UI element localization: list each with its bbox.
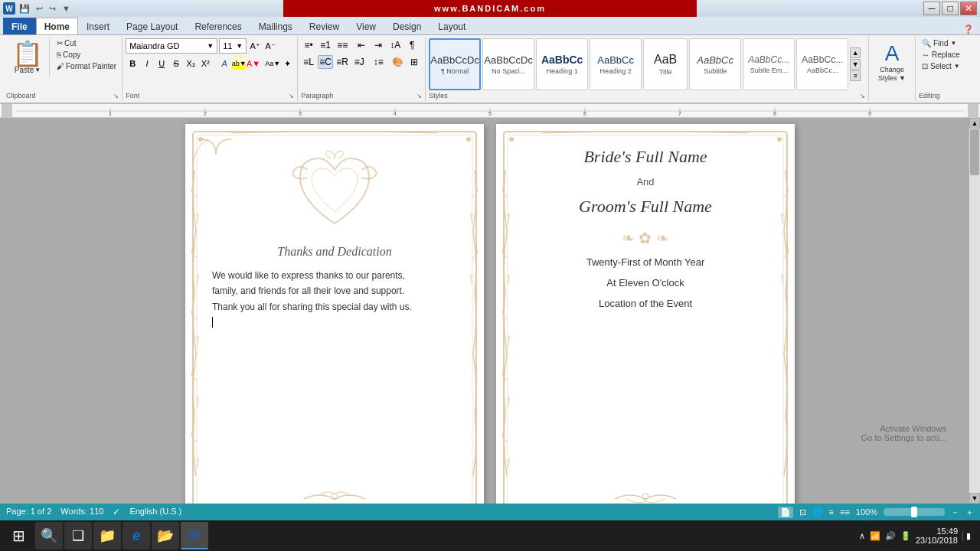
view-draft-icon[interactable]: ≡≡ <box>840 507 850 517</box>
explorer-button2[interactable]: 📂 <box>152 522 179 549</box>
text-effects-button[interactable]: A <box>217 57 231 70</box>
highlight-color-button[interactable]: ab▼ <box>232 57 246 70</box>
align-center-button[interactable]: ≡C <box>318 55 333 69</box>
show-desktop-button[interactable]: ▮ <box>962 531 971 541</box>
style-heading2[interactable]: AaBbCc Heading 2 <box>590 38 642 90</box>
scroll-thumb[interactable] <box>970 129 979 175</box>
view-outline-icon[interactable]: ≡ <box>829 507 834 517</box>
scroll-up-button[interactable]: ▲ <box>969 118 980 129</box>
save-quick-btn[interactable]: 💾 <box>17 3 32 15</box>
document-area[interactable]: Thanks and Dedication We would like to e… <box>11 118 969 504</box>
styles-scroll-more[interactable]: ≡ <box>850 70 861 81</box>
justify-button[interactable]: ≡J <box>351 55 367 69</box>
zoom-out-icon[interactable]: － <box>951 507 959 518</box>
scroll-down-button[interactable]: ▼ <box>969 493 980 504</box>
tab-design[interactable]: Design <box>384 18 430 34</box>
tray-up-arrow[interactable]: ∧ <box>859 531 865 541</box>
clear-format-button[interactable]: ✦ <box>280 57 294 70</box>
undo-quick-btn[interactable]: ↩ <box>34 3 45 15</box>
minimize-button[interactable]: ─ <box>923 2 940 15</box>
paste-button[interactable]: 📋 Paste ▼ <box>6 38 50 77</box>
styles-scroll-down[interactable]: ▼ <box>850 59 861 70</box>
maximize-button[interactable]: □ <box>942 2 959 15</box>
style-no-spacing[interactable]: AaBbCcDc No Spaci... <box>482 38 534 90</box>
cut-button[interactable]: ✂ Cut <box>54 38 119 48</box>
styles-scroll-up[interactable]: ▲ <box>850 47 861 58</box>
clipboard-expand[interactable]: ↘ <box>113 93 119 99</box>
tab-layout[interactable]: Layout <box>430 18 474 34</box>
redo-quick-btn[interactable]: ↪ <box>47 3 58 15</box>
tab-home[interactable]: Home <box>36 18 78 34</box>
show-formatting-button[interactable]: ¶ <box>404 38 420 52</box>
zoom-slider[interactable] <box>884 508 945 516</box>
font-size-dropdown[interactable]: 11 ▼ <box>219 38 247 54</box>
tab-review[interactable]: Review <box>301 18 348 34</box>
copy-button[interactable]: ⎘ Copy <box>54 50 119 60</box>
time-display[interactable]: 15:49 23/10/2018 <box>916 527 958 545</box>
find-button[interactable]: 🔍 Find ▼ <box>919 38 959 48</box>
page-info: Page: 1 of 2 <box>6 507 51 517</box>
style-subtitle[interactable]: AaBbCc Subtitle <box>689 38 741 90</box>
replace-button[interactable]: ↔ Replace <box>919 50 963 60</box>
bold-button[interactable]: B <box>126 57 139 70</box>
style-normal[interactable]: AaBbCcDc ¶ Normal <box>429 38 481 90</box>
view-print-icon[interactable]: 📄 <box>778 507 793 518</box>
view-web-icon[interactable]: 🌐 <box>812 507 823 517</box>
sort-button[interactable]: ↕A <box>387 38 403 52</box>
align-right-button[interactable]: ≡R <box>335 55 350 69</box>
strikethrough-button[interactable]: S <box>169 57 183 70</box>
close-button[interactable]: ✕ <box>960 2 977 15</box>
help-icon[interactable]: ❓ <box>963 24 974 34</box>
style-heading1[interactable]: AaBbCc Heading 1 <box>536 38 588 90</box>
start-button[interactable]: ⊞ <box>3 520 34 551</box>
edge-button[interactable]: e <box>122 522 150 549</box>
font-expand[interactable]: ↘ <box>289 93 294 99</box>
superscript-button[interactable]: X² <box>198 57 212 70</box>
view-fullscreen-icon[interactable]: ⊡ <box>799 507 806 517</box>
tab-references[interactable]: References <box>186 18 250 34</box>
line-spacing-button[interactable]: ↕≡ <box>371 55 386 69</box>
word-taskbar-button[interactable]: W <box>181 522 208 549</box>
font-size-shrink-button[interactable]: A⁻ <box>263 39 277 53</box>
tray-battery-icon[interactable]: 🔋 <box>900 531 911 541</box>
tab-view[interactable]: View <box>348 18 384 34</box>
change-styles-button[interactable]: A ChangeStyles ▼ <box>872 38 912 86</box>
paragraph-expand[interactable]: ↘ <box>416 93 422 99</box>
shading-button[interactable]: 🎨 <box>390 55 405 69</box>
spell-check-icon[interactable]: ✓ <box>113 507 120 517</box>
tray-network-icon[interactable]: 📶 <box>870 531 880 541</box>
bullets-button[interactable]: ≡• <box>301 38 316 52</box>
underline-button[interactable]: U <box>155 57 168 70</box>
select-dropdown: ▼ <box>954 63 960 70</box>
style-subtle-em[interactable]: AaBbCc... Subtle Em... <box>743 38 795 90</box>
font-color-button[interactable]: A▼ <box>247 57 260 70</box>
zoom-in-icon[interactable]: ＋ <box>965 507 974 518</box>
tab-page-layout[interactable]: Page Layout <box>118 18 186 34</box>
dropdown-quick-btn[interactable]: ▼ <box>60 3 73 14</box>
subscript-button[interactable]: X₂ <box>184 57 198 70</box>
increase-indent-button[interactable]: ⇥ <box>371 38 386 52</box>
right-scrollbar[interactable]: ▲ ▼ <box>969 118 980 504</box>
multilevel-list-button[interactable]: ≡≡ <box>335 38 350 52</box>
style-more[interactable]: AaBbCc... AaBbCc... <box>796 38 848 90</box>
tray-sound-icon[interactable]: 🔊 <box>885 531 896 541</box>
search-button[interactable]: 🔍 <box>35 522 63 549</box>
change-case-button[interactable]: Aa▼ <box>266 57 279 70</box>
zoom-thumb[interactable] <box>911 507 917 517</box>
select-button[interactable]: ⊡ Select ▼ <box>919 61 963 71</box>
file-explorer-button[interactable]: 📁 <box>93 522 121 549</box>
align-left-button[interactable]: ≡L <box>301 55 316 69</box>
styles-expand[interactable]: ↘ <box>860 93 865 99</box>
borders-button[interactable]: ⊞ <box>407 55 422 69</box>
tab-mailings[interactable]: Mailings <box>250 18 301 34</box>
numbering-button[interactable]: ≡1 <box>318 38 333 52</box>
font-name-dropdown[interactable]: Maiandra GD ▼ <box>126 38 217 54</box>
format-painter-button[interactable]: 🖌 Format Painter <box>54 61 119 71</box>
italic-button[interactable]: I <box>140 57 154 70</box>
style-title[interactable]: AaB Title <box>643 38 688 90</box>
font-size-grow-button[interactable]: A⁺ <box>248 39 262 53</box>
tab-insert[interactable]: Insert <box>78 18 118 34</box>
decrease-indent-button[interactable]: ⇤ <box>354 38 369 52</box>
tab-file[interactable]: File <box>3 18 36 34</box>
task-view-button[interactable]: ❑ <box>64 522 92 549</box>
